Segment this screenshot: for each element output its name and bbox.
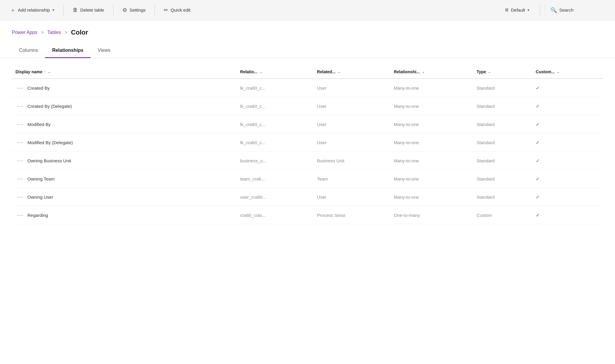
- cell-display-name-5: ··· Owning Team: [12, 170, 236, 188]
- breadcrumb-sep-2: >: [65, 30, 67, 35]
- separator-1: [63, 5, 64, 15]
- relship-text-2: Many-to-one: [394, 122, 419, 127]
- row-ellipsis-button-6[interactable]: ···: [15, 193, 25, 201]
- chevron-type-icon: ⌄: [488, 70, 491, 74]
- row-ellipsis-button-0[interactable]: ···: [15, 84, 25, 92]
- search-label: Search: [559, 7, 574, 13]
- table-row: ··· Modified By lk_cra60_c... User Many-…: [12, 115, 603, 133]
- table-area: Display name ↑ ⌄ Relatio... ⌄ Related...…: [0, 58, 615, 224]
- chevron-relship-icon: ⌄: [422, 70, 425, 74]
- cell-display-name-4: ··· Owning Business Unit: [12, 152, 236, 170]
- col-relatio-label: Relatio...: [240, 69, 257, 74]
- display-name-text-0: Created By: [27, 85, 50, 91]
- breadcrumb: Power Apps > Tables > Color: [12, 29, 603, 36]
- cell-relship-3: Many-to-one: [390, 133, 473, 152]
- table-row: ··· Created By lk_cra60_c... User Many-t…: [12, 79, 603, 97]
- row-ellipsis-button-1[interactable]: ···: [15, 102, 25, 110]
- relationships-table: Display name ↑ ⌄ Relatio... ⌄ Related...…: [12, 65, 603, 224]
- related-text-3: User: [317, 140, 326, 145]
- relship-text-4: Many-to-one: [394, 158, 419, 163]
- toolbar-right: ≡ Default ▾ 🔍 Search: [500, 4, 610, 16]
- cell-display-name-3: ··· Modified By (Delegate): [12, 133, 236, 152]
- search-area[interactable]: 🔍 Search: [545, 4, 610, 16]
- cell-custom-1: ✓: [532, 97, 603, 115]
- cell-relship-0: Many-to-one: [390, 79, 473, 97]
- relship-text-1: Many-to-one: [394, 104, 419, 109]
- type-text-7: Custom: [477, 213, 492, 218]
- col-header-display-name[interactable]: Display name ↑ ⌄: [12, 65, 236, 79]
- cell-custom-5: ✓: [532, 170, 603, 188]
- tab-views[interactable]: Views: [91, 44, 117, 58]
- row-ellipsis-button-4[interactable]: ···: [15, 156, 25, 165]
- relatio-text-2: lk_cra60_c...: [240, 122, 265, 127]
- breadcrumb-area: Power Apps > Tables > Color: [0, 20, 615, 39]
- breadcrumb-tables[interactable]: Tables: [47, 30, 61, 35]
- menu-lines-icon: ≡: [505, 7, 509, 13]
- tab-relationships[interactable]: Relationships: [45, 44, 91, 58]
- search-icon: 🔍: [550, 7, 557, 13]
- custom-checkmark-7: ✓: [536, 213, 540, 218]
- cell-type-6: Standard: [473, 188, 532, 206]
- relatio-text-0: lk_cra60_c...: [240, 85, 265, 91]
- relatio-text-5: team_cra6...: [240, 176, 265, 181]
- display-name-text-2: Modified By: [27, 122, 51, 127]
- cell-type-7: Custom: [473, 206, 532, 224]
- toolbar: ＋ Add relationship ▾ 🗑 Delete table ⚙ Se…: [0, 0, 615, 20]
- tab-columns[interactable]: Columns: [12, 44, 45, 58]
- cell-type-3: Standard: [473, 133, 532, 152]
- cell-display-name-2: ··· Modified By: [12, 115, 236, 133]
- table-row: ··· Owning Team team_cra6... Team Many-t…: [12, 170, 603, 188]
- type-text-5: Standard: [477, 176, 495, 181]
- col-relship-label: Relationshi...: [394, 69, 420, 74]
- pencil-icon: ✏: [164, 7, 168, 13]
- type-text-6: Standard: [477, 195, 495, 200]
- add-relationship-label: Add relationship: [18, 7, 50, 13]
- row-ellipsis-button-3[interactable]: ···: [15, 138, 25, 147]
- default-button[interactable]: ≡ Default ▾: [500, 4, 535, 16]
- cell-relatio-3: lk_cra60_c...: [236, 133, 313, 152]
- cell-relship-1: Many-to-one: [390, 97, 473, 115]
- type-text-3: Standard: [477, 140, 495, 145]
- breadcrumb-powerapps[interactable]: Power Apps: [12, 30, 37, 35]
- cell-related-1: User: [313, 97, 390, 115]
- cell-related-3: User: [313, 133, 390, 152]
- row-ellipsis-button-5[interactable]: ···: [15, 175, 25, 183]
- custom-checkmark-1: ✓: [536, 104, 540, 109]
- cell-related-2: User: [313, 115, 390, 133]
- col-header-related[interactable]: Related... ⌄: [313, 65, 390, 79]
- cell-display-name-7: ··· Regarding: [12, 206, 236, 224]
- relship-text-5: Many-to-one: [394, 176, 419, 181]
- col-custom-label: Custom...: [536, 69, 555, 74]
- custom-checkmark-0: ✓: [536, 85, 540, 91]
- quick-edit-label: Quick edit: [171, 7, 191, 13]
- related-text-7: Process Sessi: [317, 213, 345, 218]
- related-text-5: Team: [317, 176, 328, 181]
- col-header-type[interactable]: Type ⌄: [473, 65, 532, 79]
- col-header-relatio[interactable]: Relatio... ⌄: [236, 65, 313, 79]
- custom-checkmark-6: ✓: [536, 195, 540, 200]
- col-header-relship[interactable]: Relationshi... ⌄: [390, 65, 473, 79]
- relship-text-6: Many-to-one: [394, 195, 419, 200]
- delete-table-label: Delete table: [80, 7, 104, 13]
- default-label: Default: [511, 7, 525, 13]
- row-ellipsis-button-2[interactable]: ···: [15, 120, 25, 128]
- table-header-row: Display name ↑ ⌄ Relatio... ⌄ Related...…: [12, 65, 603, 79]
- cell-custom-3: ✓: [532, 133, 603, 152]
- row-ellipsis-button-7[interactable]: ···: [15, 211, 25, 219]
- settings-button[interactable]: ⚙ Settings: [117, 4, 151, 16]
- cell-custom-4: ✓: [532, 152, 603, 170]
- delete-table-button[interactable]: 🗑 Delete table: [67, 4, 110, 16]
- type-text-4: Standard: [477, 158, 495, 163]
- separator-3: [155, 5, 155, 15]
- type-text-2: Standard: [477, 122, 495, 127]
- relatio-text-1: lk_cra60_c...: [240, 104, 265, 109]
- display-name-text-3: Modified By (Delegate): [27, 140, 73, 145]
- chevron-related-icon: ⌄: [337, 70, 340, 74]
- col-header-custom[interactable]: Custom... ⌄: [532, 65, 603, 79]
- quick-edit-button[interactable]: ✏ Quick edit: [158, 4, 196, 16]
- cell-custom-7: ✓: [532, 206, 603, 224]
- separator-4: [540, 5, 540, 15]
- separator-2: [113, 5, 113, 15]
- add-relationship-button[interactable]: ＋ Add relationship ▾: [5, 4, 60, 17]
- cell-relship-5: Many-to-one: [390, 170, 473, 188]
